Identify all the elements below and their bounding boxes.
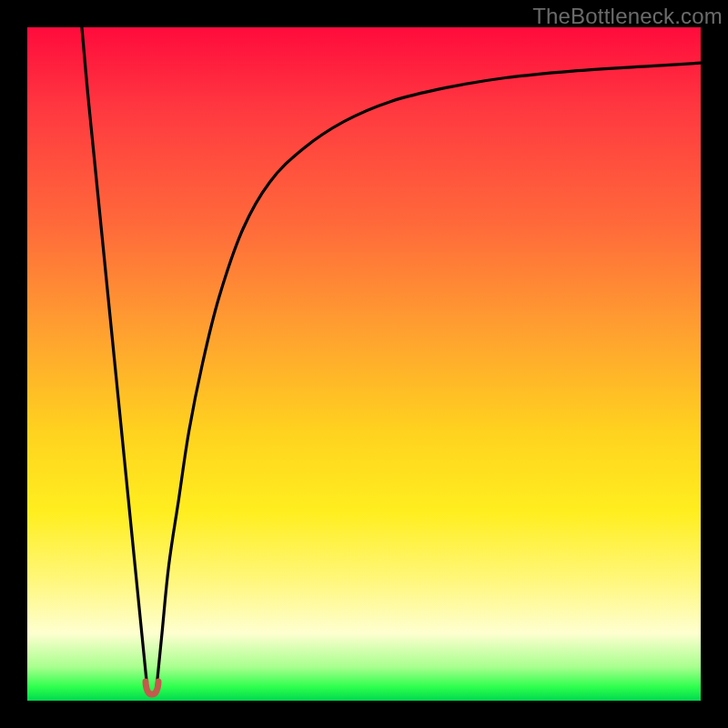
plot-area — [27, 27, 701, 701]
chart-frame: TheBottleneck.com — [0, 0, 728, 728]
watermark-text: TheBottleneck.com — [532, 4, 723, 29]
curve-layer — [27, 27, 701, 701]
curve-left-branch — [82, 27, 147, 687]
curve-right-branch — [157, 63, 701, 687]
